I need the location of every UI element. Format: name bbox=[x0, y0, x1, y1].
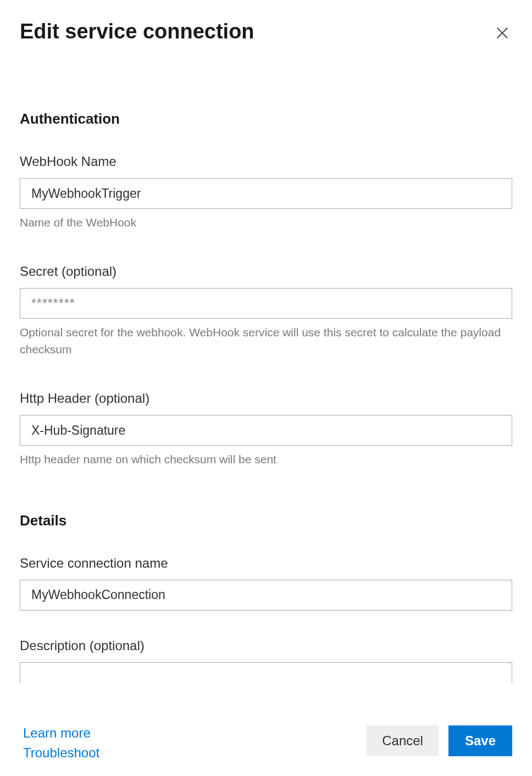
secret-input[interactable] bbox=[20, 288, 512, 319]
secret-field-group: Secret (optional) Optional secret for th… bbox=[20, 264, 512, 358]
troubleshoot-link[interactable]: Troubleshoot bbox=[23, 745, 99, 761]
authentication-heading: Authentication bbox=[20, 110, 512, 128]
description-field-group: Description (optional) bbox=[20, 638, 512, 683]
http-header-input[interactable] bbox=[20, 415, 512, 446]
footer-links: Learn more Troubleshoot bbox=[23, 725, 99, 761]
details-heading: Details bbox=[20, 512, 512, 529]
connection-name-field-group: Service connection name bbox=[20, 556, 512, 611]
description-input[interactable] bbox=[20, 662, 512, 683]
webhook-name-field-group: WebHook Name Name of the WebHook bbox=[20, 154, 512, 231]
webhook-name-label: WebHook Name bbox=[20, 154, 512, 169]
dialog-footer: Learn more Troubleshoot Cancel Save bbox=[0, 714, 532, 776]
dialog-title: Edit service connection bbox=[20, 20, 254, 43]
http-header-field-group: Http Header (optional) Http header name … bbox=[20, 391, 512, 468]
webhook-name-help: Name of the WebHook bbox=[20, 214, 512, 231]
footer-buttons: Cancel Save bbox=[367, 725, 512, 761]
cancel-button[interactable]: Cancel bbox=[367, 725, 439, 756]
http-header-help: Http header name on which checksum will … bbox=[20, 451, 512, 468]
connection-name-input[interactable] bbox=[20, 580, 512, 611]
secret-label: Secret (optional) bbox=[20, 264, 512, 279]
description-label: Description (optional) bbox=[20, 638, 512, 653]
connection-name-label: Service connection name bbox=[20, 556, 512, 571]
http-header-label: Http Header (optional) bbox=[20, 391, 512, 406]
webhook-name-input[interactable] bbox=[20, 178, 512, 209]
learn-more-link[interactable]: Learn more bbox=[23, 725, 99, 741]
authentication-section: Authentication WebHook Name Name of the … bbox=[20, 110, 512, 468]
save-button[interactable]: Save bbox=[448, 725, 512, 756]
dialog-header: Edit service connection bbox=[20, 20, 512, 45]
details-section: Details Service connection name Descript… bbox=[20, 512, 512, 683]
close-button[interactable] bbox=[492, 23, 512, 45]
close-icon bbox=[495, 25, 510, 41]
secret-help: Optional secret for the webhook. WebHook… bbox=[20, 324, 512, 358]
